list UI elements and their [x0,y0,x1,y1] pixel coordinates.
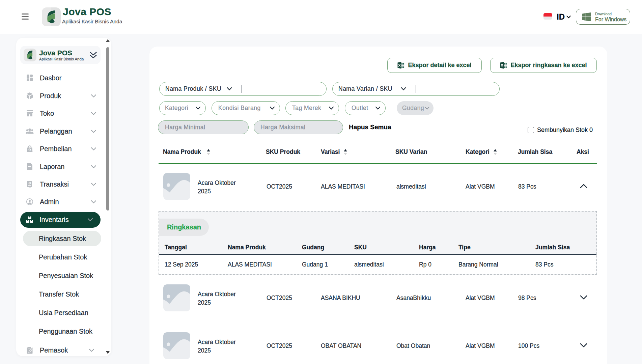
svg-text:$: $ [29,182,31,185]
svg-text:$: $ [29,148,31,151]
